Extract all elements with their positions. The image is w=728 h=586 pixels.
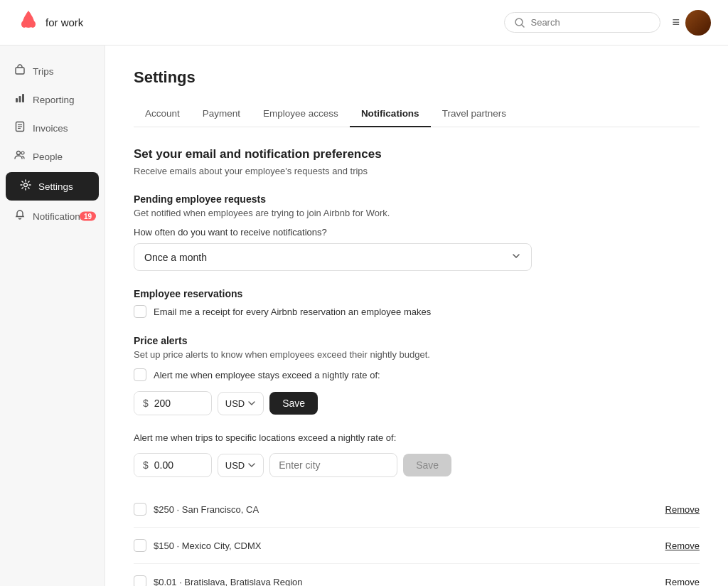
- freq-label: How often do you want to receive notific…: [134, 227, 700, 238]
- topnav-icons: ≡: [672, 10, 711, 36]
- tab-travel-partners[interactable]: Travel partners: [431, 101, 518, 127]
- currency-selector[interactable]: USD: [218, 392, 264, 415]
- sidebar-item-people[interactable]: People: [0, 142, 105, 171]
- alert-2-text: $150 · Mexico City, CDMX: [154, 540, 261, 551]
- svg-point-12: [17, 151, 21, 155]
- frequency-dropdown[interactable]: Once a month: [134, 243, 532, 271]
- location-amount-input[interactable]: [154, 454, 211, 476]
- alert-3-remove[interactable]: Remove: [665, 577, 700, 587]
- alert-item-1-left: $250 · San Francisco, CA: [134, 503, 259, 516]
- topnav-right: ≡: [504, 10, 711, 36]
- alert-item-2-left: $150 · Mexico City, CDMX: [134, 539, 261, 552]
- reporting-icon: [14, 92, 26, 107]
- sidebar-label-trips: Trips: [33, 66, 54, 77]
- nightly-save-button[interactable]: Save: [269, 392, 318, 415]
- nightly-rate-label: Alert me when employee stays exceed a ni…: [154, 370, 380, 380]
- svg-rect-4: [16, 68, 24, 74]
- alert-1-remove[interactable]: Remove: [665, 504, 700, 515]
- alert-3-text: $0.01 · Bratislava, Bratislava Region: [154, 577, 303, 587]
- svg-rect-7: [22, 94, 24, 102]
- dropdown-arrow-icon: [511, 251, 521, 263]
- svg-rect-6: [19, 96, 21, 102]
- sidebar-label-reporting: Reporting: [33, 95, 75, 105]
- sidebar-label-notifications: Notifications: [33, 211, 85, 222]
- svg-rect-5: [16, 98, 18, 102]
- location-currency-dropdown-icon: [247, 461, 256, 469]
- nightly-rate-input-row: $ USD Save: [134, 391, 700, 415]
- layout: Trips Reporting Invoices People: [0, 46, 728, 586]
- invoices-icon: [14, 121, 26, 135]
- employee-reservations-title: Employee reservations: [134, 288, 700, 299]
- dollar-prefix: $: [134, 392, 154, 415]
- airbnb-logo: [17, 9, 40, 36]
- search-bar[interactable]: [504, 12, 660, 33]
- search-input[interactable]: [530, 17, 650, 28]
- currency-value: USD: [225, 398, 245, 409]
- notifications-icon: [14, 209, 26, 223]
- sidebar-item-settings[interactable]: Settings: [6, 172, 99, 201]
- employee-reservations-checkbox[interactable]: [134, 305, 146, 318]
- svg-line-3: [522, 25, 524, 27]
- alert-3-checkbox[interactable]: [134, 575, 146, 586]
- tab-employee-access[interactable]: Employee access: [252, 101, 350, 127]
- brand-name: for work: [46, 16, 83, 28]
- price-alerts-desc: Set up price alerts to know when employe…: [134, 349, 700, 360]
- sidebar: Trips Reporting Invoices People: [0, 46, 105, 586]
- nightly-rate-checkbox-row: Alert me when employee stays exceed a ni…: [134, 368, 700, 381]
- people-icon: [14, 149, 26, 164]
- topnav: for work ≡: [0, 0, 728, 46]
- location-amount-wrap: $: [134, 453, 212, 477]
- search-icon: [515, 18, 525, 28]
- employee-reservations-checkbox-row: Email me a receipt for every Airbnb rese…: [134, 305, 700, 318]
- settings-icon: [20, 179, 31, 193]
- location-alert-label: Alert me when trips to specific location…: [134, 432, 700, 443]
- notifications-section: Set your email and notification preferen…: [134, 147, 700, 586]
- nightly-rate-checkbox[interactable]: [134, 368, 146, 381]
- city-input[interactable]: [269, 453, 397, 477]
- tab-notifications[interactable]: Notifications: [350, 101, 431, 127]
- svg-point-1: [30, 21, 36, 28]
- alert-1-checkbox[interactable]: [134, 503, 146, 516]
- sidebar-item-trips[interactable]: Trips: [0, 57, 105, 85]
- section-desc: Receive emails about your employee's req…: [134, 166, 700, 176]
- brand: for work: [17, 9, 83, 36]
- sidebar-label-settings: Settings: [38, 181, 73, 192]
- alert-1-text: $250 · San Francisco, CA: [154, 504, 259, 515]
- currency-dropdown-icon: [247, 399, 256, 407]
- employee-reservations-label: Email me a receipt for every Airbnb rese…: [154, 307, 431, 317]
- location-currency-value: USD: [225, 460, 245, 471]
- alert-item-2: $150 · Mexico City, CDMX Remove: [134, 528, 700, 564]
- pending-requests-desc: Get notified when employees are trying t…: [134, 208, 700, 218]
- svg-point-13: [21, 151, 24, 154]
- nightly-amount-wrap: $: [134, 391, 212, 415]
- tab-account[interactable]: Account: [134, 101, 191, 127]
- alert-2-checkbox[interactable]: [134, 539, 146, 552]
- notifications-badge: 19: [80, 212, 96, 221]
- section-title: Set your email and notification preferen…: [134, 147, 700, 161]
- tab-payment[interactable]: Payment: [191, 101, 252, 127]
- location-input-row: $ USD Save: [134, 453, 700, 477]
- trips-icon: [14, 64, 26, 78]
- svg-point-0: [21, 21, 27, 28]
- alert-item-3-left: $0.01 · Bratislava, Bratislava Region: [134, 575, 303, 586]
- employee-reservations-section: Employee reservations Email me a receipt…: [134, 288, 700, 318]
- sidebar-item-reporting[interactable]: Reporting: [0, 85, 105, 114]
- svg-point-14: [24, 183, 28, 187]
- pending-requests-title: Pending employee requests: [134, 193, 700, 205]
- location-currency-selector[interactable]: USD: [218, 454, 264, 477]
- alert-2-remove[interactable]: Remove: [665, 540, 700, 551]
- sidebar-item-notifications[interactable]: Notifications 19: [0, 202, 105, 230]
- frequency-value: Once a month: [144, 252, 207, 263]
- sidebar-label-people: People: [33, 151, 63, 162]
- location-save-button[interactable]: Save: [403, 454, 451, 476]
- alert-item-3: $0.01 · Bratislava, Bratislava Region Re…: [134, 564, 700, 586]
- nightly-amount-input[interactable]: [154, 392, 211, 415]
- alert-list: $250 · San Francisco, CA Remove $150 · M…: [134, 491, 700, 586]
- tabs: Account Payment Employee access Notifica…: [134, 101, 700, 127]
- avatar[interactable]: [685, 10, 711, 36]
- page-title: Settings: [134, 68, 700, 87]
- pending-requests-section: Pending employee requests Get notified w…: [134, 193, 700, 271]
- sidebar-item-invoices[interactable]: Invoices: [0, 114, 105, 142]
- price-alerts-section: Price alerts Set up price alerts to know…: [134, 335, 700, 586]
- hamburger-icon[interactable]: ≡: [672, 15, 680, 30]
